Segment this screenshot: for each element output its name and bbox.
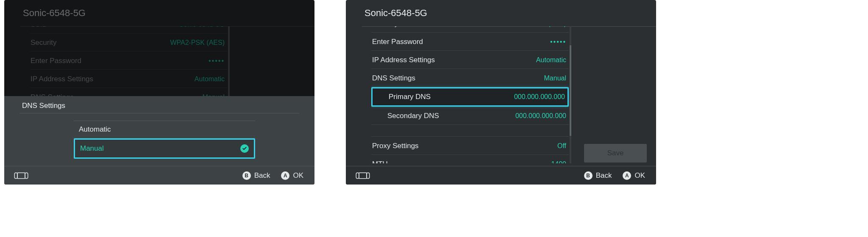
row-label: Primary DNS — [389, 93, 431, 101]
ok-label: OK — [293, 171, 303, 180]
row-label: MTU — [372, 160, 388, 164]
row-ssid[interactable]: SSID Sonic-6548-5G — [30, 26, 227, 33]
modal-title: DNS Settings — [22, 102, 65, 110]
b-button-icon: B — [584, 171, 593, 180]
scrollbar-thumb[interactable] — [570, 45, 571, 136]
ok-label: OK — [634, 171, 645, 180]
screenshot-dns-fields: Sonic-6548-5G Security WPA2-PSK (AES) En… — [346, 0, 656, 185]
modal-options: Automatic Manual — [74, 121, 255, 159]
option-label: Automatic — [79, 125, 111, 134]
row-ip-settings[interactable]: IP Address Settings Automatic — [30, 70, 227, 88]
footer-actions: B Back A OK — [242, 171, 303, 180]
row-value: WPA2-PSK (AES) — [170, 39, 225, 47]
row-value: 000.000.000.000 — [514, 93, 565, 101]
svg-rect-1 — [14, 173, 17, 179]
back-button[interactable]: B Back — [242, 171, 270, 180]
row-value: Automatic — [195, 75, 225, 83]
row-value: 1400 — [551, 160, 566, 164]
dns-settings-modal: DNS Settings Automatic Manual — [4, 96, 314, 166]
svg-rect-2 — [25, 173, 28, 179]
page-title: Sonic-6548-5G — [346, 0, 656, 26]
row-primary-dns[interactable]: Primary DNS 000.000.000.000 — [371, 87, 569, 107]
footer-bar: B Back A OK — [4, 166, 314, 185]
a-button-icon: A — [623, 171, 631, 180]
row-label: Proxy Settings — [372, 142, 419, 150]
b-button-icon: B — [242, 171, 251, 180]
controller-icon — [355, 171, 370, 180]
row-secondary-dns[interactable]: Secondary DNS 000.000.000.000 — [371, 107, 569, 125]
scrollbar[interactable] — [570, 26, 571, 163]
save-button-label: Save — [607, 149, 624, 157]
page-title-text: Sonic-6548-5G — [23, 8, 86, 19]
row-security[interactable]: Security WPA2-PSK (AES) — [30, 33, 227, 52]
a-button-icon: A — [281, 171, 289, 180]
row-proxy-settings[interactable]: Proxy Settings Off — [371, 137, 569, 155]
row-value: 000.000.000.000 — [515, 112, 566, 120]
row-dns-settings[interactable]: DNS Settings Manual — [371, 69, 569, 87]
row-label: DNS Settings — [372, 74, 415, 83]
back-label: Back — [254, 171, 270, 180]
svg-rect-0 — [17, 173, 25, 179]
row-value: ••••• — [209, 57, 225, 65]
row-label: IP Address Settings — [31, 75, 93, 83]
row-label: Secondary DNS — [387, 112, 439, 120]
row-value: Automatic — [536, 56, 566, 64]
controller-icon — [14, 171, 29, 180]
row-mtu[interactable]: MTU 1400 — [371, 155, 569, 163]
ok-button[interactable]: A OK — [623, 171, 645, 180]
option-manual[interactable]: Manual — [74, 138, 255, 159]
svg-rect-3 — [359, 173, 367, 179]
check-icon — [240, 144, 249, 153]
row-label: Enter Password — [372, 38, 423, 46]
svg-rect-5 — [367, 173, 370, 179]
footer-actions: B Back A OK — [584, 171, 645, 180]
row-label: Security — [31, 39, 56, 47]
ok-button[interactable]: A OK — [281, 171, 303, 180]
option-automatic[interactable]: Automatic — [74, 121, 255, 138]
svg-rect-4 — [356, 173, 359, 179]
modal-divider — [19, 113, 299, 113]
row-value: ••••• — [550, 38, 566, 46]
row-label: Security — [372, 26, 398, 28]
screenshot-dns-modal: Sonic-6548-5G SSID Sonic-6548-5G Securit… — [4, 0, 314, 185]
option-label: Manual — [80, 144, 104, 153]
back-label: Back — [596, 171, 612, 180]
row-label: SSID — [31, 26, 47, 29]
back-button[interactable]: B Back — [584, 171, 612, 180]
side-panel: Save — [584, 144, 647, 163]
row-label: IP Address Settings — [372, 56, 435, 64]
row-security[interactable]: Security WPA2-PSK (AES) — [371, 26, 569, 33]
row-ip-settings[interactable]: IP Address Settings Automatic — [371, 51, 569, 69]
row-gap — [371, 125, 569, 137]
row-value: Off — [557, 142, 566, 150]
row-label: Enter Password — [31, 57, 81, 65]
footer-bar: B Back A OK — [346, 166, 656, 185]
save-button[interactable]: Save — [584, 144, 647, 163]
row-value: Manual — [544, 74, 566, 82]
page-title: Sonic-6548-5G — [4, 0, 314, 26]
row-value: Sonic-6548-5G — [179, 26, 225, 28]
row-value: WPA2-PSK (AES) — [512, 26, 566, 28]
settings-list: Security WPA2-PSK (AES) Enter Password •… — [371, 26, 569, 163]
row-password[interactable]: Enter Password ••••• — [30, 52, 227, 70]
row-password[interactable]: Enter Password ••••• — [371, 33, 569, 51]
page-title-text: Sonic-6548-5G — [364, 8, 427, 19]
